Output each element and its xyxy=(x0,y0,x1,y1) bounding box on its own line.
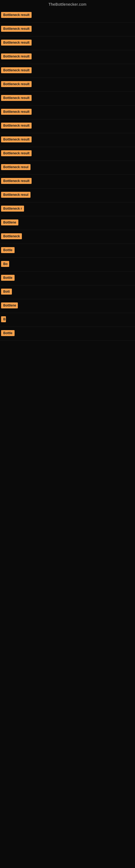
bottleneck-badge-4[interactable]: Bottleneck result xyxy=(1,54,32,59)
result-row-20: Bottle xyxy=(0,272,135,285)
result-row-24: Bottle xyxy=(0,327,135,341)
result-row-15: Bottleneck r xyxy=(0,203,135,216)
result-row-22: Bottlene xyxy=(0,299,135,313)
bottleneck-badge-16[interactable]: Bottlene xyxy=(1,219,18,225)
result-row-4: Bottleneck result xyxy=(0,50,135,64)
bottleneck-badge-5[interactable]: Bottleneck result xyxy=(1,67,32,73)
result-row-16: Bottlene xyxy=(0,216,135,230)
result-row-9: Bottleneck result xyxy=(0,119,135,133)
result-row-3: Bottleneck result xyxy=(0,36,135,50)
bottleneck-badge-20[interactable]: Bottle xyxy=(1,275,14,281)
bottleneck-badge-9[interactable]: Bottleneck result xyxy=(1,123,32,129)
result-row-23: B xyxy=(0,313,135,327)
site-title: TheBottlenecker.com xyxy=(0,0,135,9)
bottleneck-badge-3[interactable]: Bottleneck result xyxy=(1,40,32,45)
bottleneck-badge-7[interactable]: Bottleneck result xyxy=(1,95,32,101)
bottleneck-badge-19[interactable]: Bo xyxy=(1,261,9,267)
result-row-10: Bottleneck result xyxy=(0,133,135,147)
bottleneck-badge-11[interactable]: Bottleneck result xyxy=(1,150,32,156)
bottleneck-badge-14[interactable]: Bottleneck resul xyxy=(1,192,31,198)
result-row-7: Bottleneck result xyxy=(0,92,135,105)
result-row-17: Bottleneck xyxy=(0,230,135,244)
bottleneck-badge-10[interactable]: Bottleneck result xyxy=(1,136,32,143)
bottleneck-badge-2[interactable]: Bottleneck result xyxy=(1,26,32,32)
bottleneck-badge-21[interactable]: Bott xyxy=(1,289,12,294)
bottleneck-badge-17[interactable]: Bottleneck xyxy=(1,233,22,239)
result-row-18: Bottle xyxy=(0,244,135,258)
bottleneck-badge-23[interactable]: B xyxy=(1,316,6,322)
result-row-6: Bottleneck result xyxy=(0,78,135,92)
bottleneck-badge-12[interactable]: Bottleneck resul xyxy=(1,164,31,170)
bottleneck-badge-24[interactable]: Bottle xyxy=(1,330,14,336)
result-row-5: Bottleneck result xyxy=(0,64,135,78)
result-row-11: Bottleneck result xyxy=(0,147,135,161)
bottleneck-badge-1[interactable]: Bottleneck result xyxy=(1,12,32,18)
result-row-1: Bottleneck result xyxy=(0,9,135,23)
result-row-8: Bottleneck result xyxy=(0,105,135,119)
result-row-14: Bottleneck resul xyxy=(0,188,135,203)
bottleneck-badge-15[interactable]: Bottleneck r xyxy=(1,206,24,212)
result-row-2: Bottleneck result xyxy=(0,23,135,36)
bottleneck-badge-8[interactable]: Bottleneck result xyxy=(1,109,32,115)
bottleneck-badge-6[interactable]: Bottleneck result xyxy=(1,81,32,87)
result-row-19: Bo xyxy=(0,258,135,272)
result-row-13: Bottleneck result xyxy=(0,175,135,188)
bottleneck-badge-22[interactable]: Bottlene xyxy=(1,303,18,308)
result-row-21: Bott xyxy=(0,285,135,299)
result-row-12: Bottleneck resul xyxy=(0,161,135,175)
bottleneck-badge-18[interactable]: Bottle xyxy=(1,247,14,253)
bottleneck-badge-13[interactable]: Bottleneck result xyxy=(1,178,32,184)
